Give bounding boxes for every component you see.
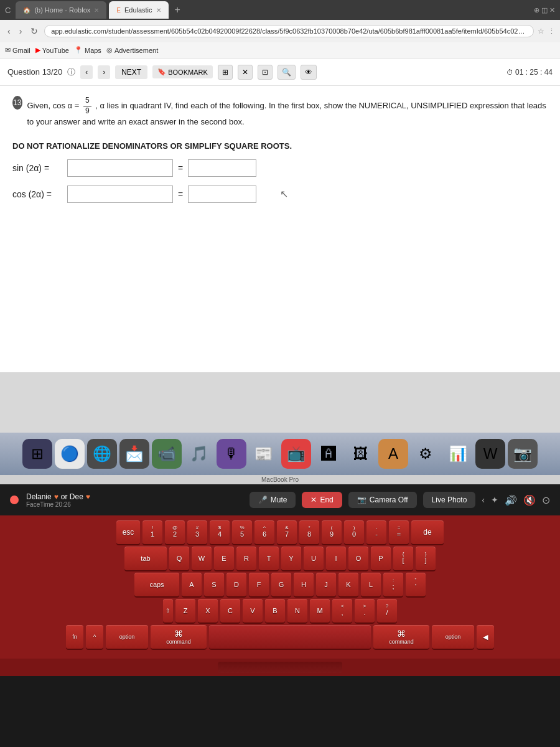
key-p[interactable]: P [371, 547, 391, 570]
key-t[interactable]: T [259, 547, 279, 570]
bookmark-gmail[interactable]: ✉ Gmail [5, 46, 30, 54]
key-d[interactable]: D [226, 573, 246, 596]
key-l[interactable]: L [361, 573, 381, 596]
key-7[interactable]: &7 [277, 520, 297, 544]
dock-item-tv[interactable]: 📺 [281, 439, 311, 469]
key-r[interactable]: R [236, 547, 256, 570]
key-space[interactable] [209, 625, 371, 649]
key-command-left[interactable]: ⌘command [151, 625, 207, 649]
key-f[interactable]: F [249, 573, 269, 596]
key-h[interactable]: H [294, 573, 314, 596]
key-e[interactable]: E [214, 547, 234, 570]
key-fn[interactable]: fn [66, 625, 83, 649]
bookmark-maps[interactable]: 📍 Maps [74, 46, 101, 54]
cos-input-1[interactable] [67, 186, 173, 203]
key-j[interactable]: J [316, 573, 336, 596]
bookmark-button[interactable]: 🔖 BOOKMARK [152, 65, 213, 78]
key-m[interactable]: M [310, 599, 330, 622]
volume-icon[interactable]: 🔊 [505, 494, 517, 506]
dock-item-finder[interactable]: 🔵 [55, 439, 85, 469]
key-slash[interactable]: ?/ [377, 599, 397, 622]
expand-button[interactable]: ⊡ [258, 65, 273, 80]
key-minus[interactable]: -- [366, 520, 386, 544]
end-call-button[interactable]: ✕ End [302, 492, 342, 508]
settings-icon[interactable]: ✦ [491, 495, 498, 505]
key-a[interactable]: A [182, 573, 202, 596]
key-5[interactable]: %5 [232, 520, 252, 544]
trackpad[interactable] [218, 662, 342, 673]
key-option-left[interactable]: option [106, 625, 148, 649]
key-q[interactable]: Q [169, 547, 189, 570]
sin-input-2[interactable] [188, 159, 256, 177]
key-9[interactable]: (9 [322, 520, 342, 544]
bookmark-star-icon[interactable]: ☆ [538, 27, 544, 35]
key-c[interactable]: C [220, 599, 240, 622]
dock-item-system[interactable]: ⚙ [411, 439, 441, 469]
key-z[interactable]: Z [175, 599, 195, 622]
accessibility-button[interactable]: 👁 [301, 65, 317, 80]
key-caps[interactable]: caps [134, 573, 179, 596]
key-s[interactable]: S [204, 573, 224, 596]
back-button[interactable]: ‹ [5, 25, 13, 37]
key-comma[interactable]: <, [332, 599, 352, 622]
key-u[interactable]: U [304, 547, 324, 570]
key-b[interactable]: B [265, 599, 285, 622]
browser-back-icon[interactable]: C [5, 6, 11, 15]
key-bracket-open[interactable]: {[ [393, 547, 413, 570]
dock-item-camera[interactable]: 📷 [508, 439, 538, 469]
sin-input-1[interactable] [67, 159, 173, 177]
key-x[interactable]: X [198, 599, 218, 622]
chevron-icon[interactable]: ‹ [482, 495, 485, 505]
key-bracket-close[interactable]: }] [416, 547, 436, 570]
key-2[interactable]: @2 [165, 520, 185, 544]
key-quote[interactable]: "' [406, 573, 426, 596]
key-8[interactable]: *8 [299, 520, 319, 544]
dock-item-podcast[interactable]: 🎙 [217, 439, 246, 469]
next-button[interactable]: NEXT [115, 65, 147, 79]
dock-item-preview[interactable]: 🖼 [346, 439, 376, 469]
tab-edulastic-close[interactable]: ✕ [156, 7, 161, 14]
facetime-close-button[interactable] [10, 496, 19, 504]
address-input[interactable]: app.edulastic.com/student/assessment/605… [44, 25, 534, 37]
bookmark-youtube[interactable]: ▶ YouTube [35, 46, 69, 54]
cos-input-2[interactable] [188, 186, 256, 203]
grid-button[interactable]: ⊞ [218, 65, 233, 80]
bookmark-advertisement[interactable]: ◎ Advertisement [106, 46, 158, 54]
close-button[interactable]: ✕ [238, 65, 253, 80]
tab-edulastic[interactable]: E Edulastic ✕ [109, 1, 168, 19]
tab-roblox[interactable]: 🏠 (b) Home - Roblox ✕ [16, 1, 106, 19]
key-1[interactable]: !1 [142, 520, 162, 544]
key-arrow-left[interactable]: ◀ [477, 625, 494, 649]
dock-item-news[interactable]: 📰 [249, 439, 279, 469]
key-y[interactable]: Y [281, 547, 301, 570]
dock-item-activity[interactable]: 📊 [443, 439, 473, 469]
dock-item-mail[interactable]: 📩 [119, 439, 149, 469]
key-tab[interactable]: tab [124, 547, 167, 570]
tab-roblox-close[interactable]: ✕ [94, 7, 99, 14]
new-tab-button[interactable]: + [171, 4, 184, 16]
dock-item-launchpad[interactable]: ⊞ [22, 439, 52, 469]
search-button[interactable]: 🔍 [278, 65, 296, 80]
key-period[interactable]: >. [355, 599, 375, 622]
key-n[interactable]: N [287, 599, 307, 622]
dock-item-chrome[interactable]: 🌐 [87, 439, 117, 469]
key-option-right[interactable]: option [432, 625, 474, 649]
dock-item-word[interactable]: W [475, 439, 505, 469]
key-3[interactable]: #3 [187, 520, 207, 544]
refresh-button[interactable]: ↻ [28, 25, 40, 37]
key-v[interactable]: V [243, 599, 263, 622]
dock-item-facetime[interactable]: 📹 [152, 439, 182, 469]
key-w[interactable]: W [192, 547, 212, 570]
key-delete[interactable]: de [411, 520, 444, 544]
key-g[interactable]: G [271, 573, 291, 596]
camera-button[interactable]: 📷 Camera Off [348, 492, 417, 508]
key-ctrl[interactable]: ^ [86, 625, 103, 649]
mute-button[interactable]: 🎤 Mute [250, 492, 296, 508]
dock-item-appstore[interactable]: 🅰 [314, 439, 343, 469]
key-shift-left[interactable]: ⇧ [163, 599, 173, 622]
live-photo-button[interactable]: Live Photo [423, 492, 476, 508]
key-esc[interactable]: esc [116, 520, 140, 544]
next-arrow-button[interactable]: › [98, 65, 110, 79]
prev-button[interactable]: ‹ [80, 65, 93, 79]
volume-mute-icon[interactable]: 🔇 [523, 494, 536, 506]
